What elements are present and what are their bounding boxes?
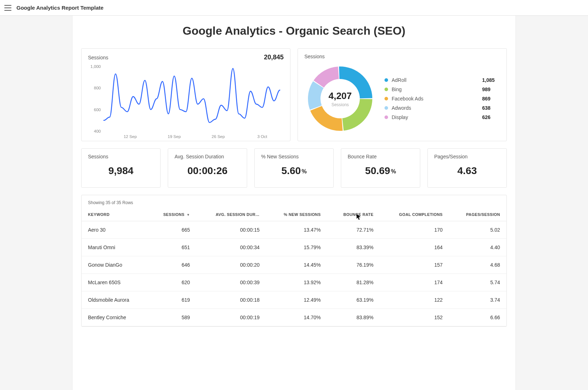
kpi-value: 9,984 [88,159,154,182]
kpi-value: 50.69% [348,159,413,182]
table-row[interactable]: Gonow DianGo64600:00:2014.45%76.19%1574.… [82,256,506,274]
table-cell: 589 [148,309,196,326]
legend-value: 626 [482,114,500,120]
table-cell: 619 [148,291,196,309]
table-cell: Aero 30 [82,221,148,239]
table-cell: 00:00:15 [196,221,266,239]
line-chart: 4006008001,000 12 Sep19 Sep26 Sep3 Oct [88,63,284,139]
table-cell: 5.02 [449,221,507,239]
line-chart-svg: 4006008001,000 12 Sep19 Sep26 Sep3 Oct [88,63,284,139]
svg-text:1,000: 1,000 [90,64,101,69]
svg-text:800: 800 [94,85,101,90]
table-cell: 76.19% [327,256,380,274]
keyword-table-card: Showing 35 of 35 Rows KEYWORDSESSIONS▼AV… [81,195,507,327]
table-cell: 646 [148,256,196,274]
table-cell: 83.39% [327,239,380,256]
legend-item[interactable]: AdRoll1,085 [384,77,500,83]
table-row[interactable]: Bentley Corniche58900:00:1914.70%83.89%1… [82,309,506,326]
legend-item[interactable]: Display626 [384,114,500,120]
table-header[interactable]: % NEW SESSIONS [266,209,327,221]
table-cell: 6.66 [449,309,507,326]
legend-item[interactable]: Facebook Ads869 [384,96,500,102]
legend-value: 1,085 [482,77,500,83]
table-cell: Oldsmobile Aurora [82,291,148,309]
table-cell: 12.49% [266,291,327,309]
svg-text:26 Sep: 26 Sep [212,134,225,139]
table-cell: McLaren 650S [82,274,148,291]
donut-slice-adroll[interactable] [339,66,372,98]
table-cell: 4.68 [449,256,507,274]
table-body: Aero 3066500:00:1513.47%72.71%1705.02Mar… [82,221,506,326]
table-cell: 665 [148,221,196,239]
legend-item[interactable]: Bing989 [384,87,500,92]
svg-text:19 Sep: 19 Sep [168,134,181,139]
table-header[interactable]: BOUNCE RATE [327,209,380,221]
table-row[interactable]: Maruti Omni65100:00:3415.79%83.39%1644.4… [82,239,506,256]
table-row[interactable]: McLaren 650S62000:00:3913.92%81.28%1745.… [82,274,506,291]
legend-swatch [384,78,388,82]
donut-slice-facebook-ads[interactable] [310,106,343,131]
table-row[interactable]: Oldsmobile Aurora61900:00:1812.49%63.19%… [82,291,506,309]
table-header[interactable]: KEYWORD [82,209,148,221]
donut-chart-svg [304,63,376,134]
table-cell: 152 [380,309,449,326]
table-row[interactable]: Aero 3066500:00:1513.47%72.71%1705.02 [82,221,506,239]
table-cell: Gonow DianGo [82,256,148,274]
table-cell: 63.19% [327,291,380,309]
legend-name: Facebook Ads [392,96,479,102]
kpi-value: 5.60% [261,159,327,182]
table-cell: 651 [148,239,196,256]
donut-legend: AdRoll1,085Bing989Facebook Ads869Adwords… [384,77,500,120]
legend-name: AdRoll [392,77,479,83]
table-cell: 170 [380,221,449,239]
kpi-label: Sessions [88,154,154,159]
table-cell: 83.89% [327,309,380,326]
table-cell: 72.71% [327,221,380,239]
table-header[interactable]: SESSIONS▼ [148,209,196,221]
legend-swatch [384,115,388,119]
table-cell: 15.79% [266,239,327,256]
legend-value: 869 [482,96,500,102]
legend-value: 989 [482,87,500,92]
legend-item[interactable]: Adwords638 [384,105,500,111]
sessions-donut-card: Sessions 4,207 Sessions AdRoll1,085Bing9… [298,48,507,141]
table-cell: 620 [148,274,196,291]
legend-swatch [384,88,388,91]
table-cell: Maruti Omni [82,239,148,256]
table-cell: 174 [380,274,449,291]
donut-chart: 4,207 Sessions [304,63,376,134]
charts-row: Sessions 20,845 4006008001,000 12 Sep19 … [81,48,507,141]
table-header-row: KEYWORDSESSIONS▼AVG. SESSION DUR…% NEW S… [82,209,506,221]
donut-slice-bing[interactable] [342,99,372,131]
legend-value: 638 [482,105,500,111]
table-cell: 164 [380,239,449,256]
donut-chart-label: Sessions [304,54,325,59]
svg-text:3 Oct: 3 Oct [257,134,267,139]
table-cell: 00:00:20 [196,256,266,274]
table-cell: 13.92% [266,274,327,291]
kpi-value: 4.63 [434,159,500,182]
kpi-card: % New Sessions5.60% [254,148,334,188]
menu-icon[interactable] [4,5,11,11]
kpi-label: Avg. Session Duration [175,154,240,159]
table-header[interactable]: GOAL COMPLETIONS [380,209,449,221]
table-cell: 4.40 [449,239,507,256]
line-chart-total: 20,845 [264,54,284,61]
table-meta: Showing 35 of 35 Rows [82,195,506,209]
table-header[interactable]: AVG. SESSION DUR… [196,209,266,221]
svg-text:600: 600 [94,107,101,112]
legend-name: Adwords [392,105,479,111]
table-cell: 00:00:19 [196,309,266,326]
kpi-row: Sessions9,984Avg. Session Duration00:00:… [81,148,507,188]
table-cell: 3.74 [449,291,507,309]
table-header[interactable]: PAGES/SESSION [449,209,507,221]
table-cell: 14.70% [266,309,327,326]
svg-text:400: 400 [94,129,101,133]
table-cell: 157 [380,256,449,274]
sessions-line-card: Sessions 20,845 4006008001,000 12 Sep19 … [81,48,290,141]
keyword-table: KEYWORDSESSIONS▼AVG. SESSION DUR…% NEW S… [82,209,506,326]
table-cell: 122 [380,291,449,309]
kpi-card: Avg. Session Duration00:00:26 [168,148,247,188]
legend-name: Bing [392,87,479,92]
kpi-card: Bounce Rate50.69% [341,148,420,188]
